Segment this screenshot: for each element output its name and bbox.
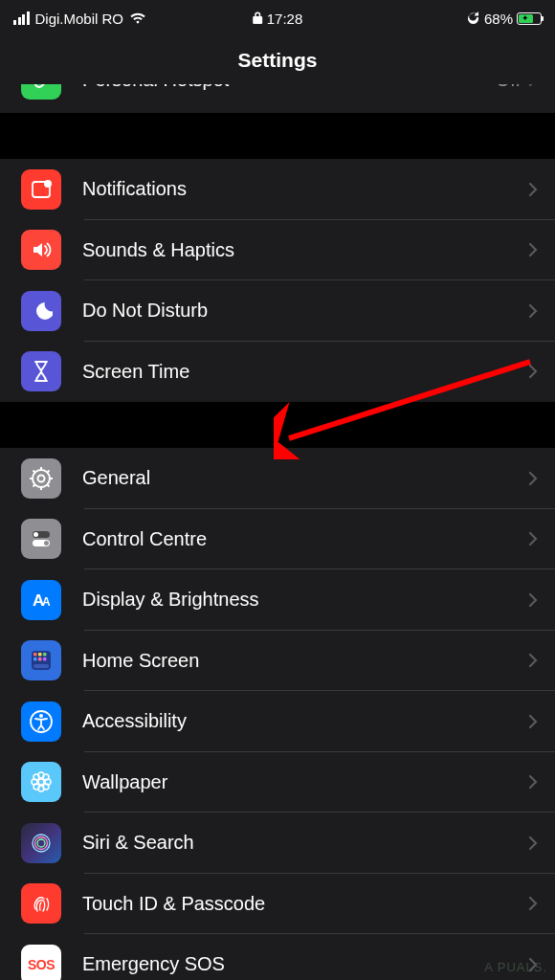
row-label: Display & Brightness: [82, 589, 528, 611]
clock-label: 17:28: [267, 11, 303, 27]
row-label: Screen Time: [82, 361, 528, 383]
chevron-right-icon: [528, 653, 538, 668]
row-control-centre[interactable]: Control Centre: [0, 509, 555, 570]
svg-rect-23: [38, 657, 42, 661]
row-display-brightness[interactable]: AA Display & Brightness: [0, 569, 555, 631]
row-label: Personal Hotspot: [82, 84, 496, 91]
status-bar: Digi.Mobil RO 17:28 68% ✦: [0, 0, 555, 36]
section-divider: [0, 402, 555, 448]
row-sounds-haptics[interactable]: Sounds & Haptics: [0, 220, 555, 281]
nav-header: Settings: [0, 36, 555, 84]
row-wallpaper[interactable]: Wallpaper: [0, 752, 555, 813]
status-right: 68% ✦: [466, 11, 542, 27]
row-value: Off: [496, 84, 521, 91]
chevron-right-icon: [528, 182, 538, 197]
row-label: General: [82, 467, 528, 489]
link-icon: [21, 84, 61, 100]
chevron-right-icon: [528, 471, 538, 486]
row-do-not-disturb[interactable]: Do Not Disturb: [0, 280, 555, 342]
svg-rect-22: [33, 657, 37, 661]
svg-point-3: [38, 475, 45, 481]
accessibility-icon: [21, 702, 61, 742]
status-center: 17:28: [253, 11, 303, 27]
flower-icon: [21, 762, 61, 802]
chevron-right-icon: [528, 242, 538, 257]
fingerprint-icon: [21, 883, 61, 924]
row-notifications[interactable]: Notifications: [0, 159, 555, 220]
row-label: Control Centre: [82, 528, 528, 550]
section-divider: [0, 113, 555, 159]
chevron-right-icon: [528, 592, 538, 608]
svg-rect-20: [38, 653, 42, 657]
svg-rect-25: [33, 664, 49, 668]
row-label: Do Not Disturb: [82, 300, 528, 322]
chevron-right-icon: [528, 714, 538, 729]
hourglass-icon: [21, 351, 61, 391]
chevron-right-icon: [528, 303, 538, 319]
row-accessibility[interactable]: Accessibility: [0, 691, 555, 752]
row-label: Sounds & Haptics: [82, 239, 528, 261]
carrier-label: Digi.Mobil RO: [35, 11, 124, 27]
row-label: Touch ID & Passcode: [82, 893, 528, 915]
chevron-right-icon: [528, 774, 538, 790]
chevron-right-icon: [528, 835, 538, 851]
row-label: Notifications: [82, 178, 528, 200]
chevron-right-icon: [528, 896, 538, 911]
row-label: Emergency SOS: [82, 953, 528, 975]
row-personal-hotspot[interactable]: Personal Hotspot Off: [0, 84, 555, 113]
svg-point-27: [39, 714, 43, 718]
watermark: A PUALS.: [484, 960, 547, 974]
page-title: Settings: [238, 49, 318, 72]
battery-icon: ✦: [517, 12, 542, 25]
lock-icon: [253, 11, 263, 25]
home-grid-icon: [21, 640, 61, 680]
rotation-lock-icon: [466, 11, 480, 26]
row-general[interactable]: General: [0, 448, 555, 509]
row-label: Home Screen: [82, 650, 528, 672]
settings-list[interactable]: Personal Hotspot Off Notifications Sound…: [0, 84, 555, 980]
notifications-icon: [21, 169, 61, 210]
svg-text:A: A: [42, 595, 51, 609]
chevron-right-icon: [528, 84, 538, 87]
wifi-icon: [129, 11, 146, 25]
svg-point-39: [37, 839, 45, 847]
svg-rect-19: [33, 653, 37, 657]
row-label: Accessibility: [82, 710, 528, 732]
row-label: Wallpaper: [82, 771, 528, 793]
svg-point-13: [33, 532, 38, 537]
svg-line-8: [33, 470, 35, 472]
row-touchid-passcode[interactable]: Touch ID & Passcode: [0, 874, 555, 935]
row-siri-search[interactable]: Siri & Search: [0, 813, 555, 874]
chevron-right-icon: [528, 364, 538, 379]
svg-line-9: [47, 484, 49, 486]
svg-point-2: [33, 470, 50, 487]
row-screen-time[interactable]: Screen Time: [0, 342, 555, 403]
gear-icon: [21, 458, 61, 499]
moon-icon: [21, 291, 61, 331]
siri-icon: [21, 823, 61, 863]
row-label: Siri & Search: [82, 832, 528, 854]
svg-point-1: [44, 180, 52, 188]
svg-line-11: [47, 470, 49, 472]
svg-rect-21: [43, 653, 47, 657]
sos-icon: SOS: [21, 945, 61, 980]
row-emergency-sos[interactable]: SOS Emergency SOS: [0, 934, 555, 980]
svg-rect-24: [43, 657, 47, 661]
text-size-icon: AA: [21, 580, 61, 620]
status-left: Digi.Mobil RO: [13, 11, 146, 27]
toggles-icon: [21, 519, 61, 559]
row-home-screen[interactable]: Home Screen: [0, 631, 555, 692]
svg-line-10: [33, 484, 35, 486]
cellular-signal-icon: [13, 11, 30, 25]
svg-point-15: [44, 541, 49, 546]
speaker-icon: [21, 230, 61, 270]
chevron-right-icon: [528, 531, 538, 546]
svg-point-28: [38, 779, 44, 785]
battery-pct-label: 68%: [484, 11, 513, 27]
